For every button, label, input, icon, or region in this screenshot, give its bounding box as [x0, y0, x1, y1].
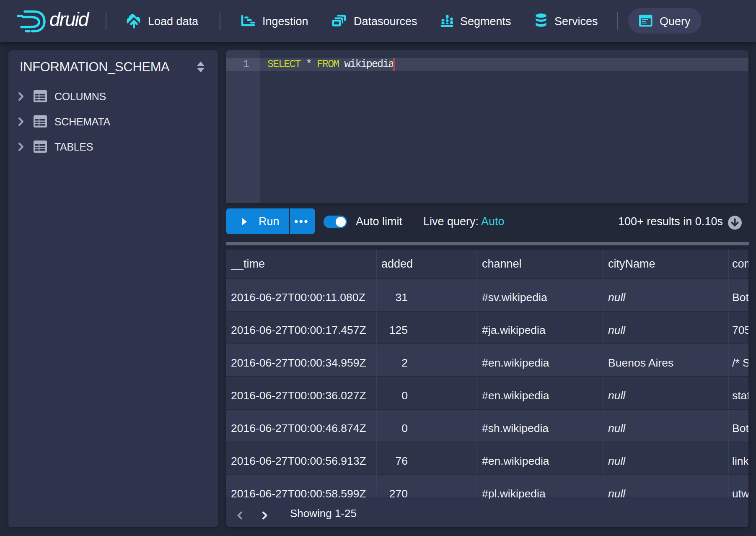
svg-text:druid: druid — [49, 8, 90, 30]
